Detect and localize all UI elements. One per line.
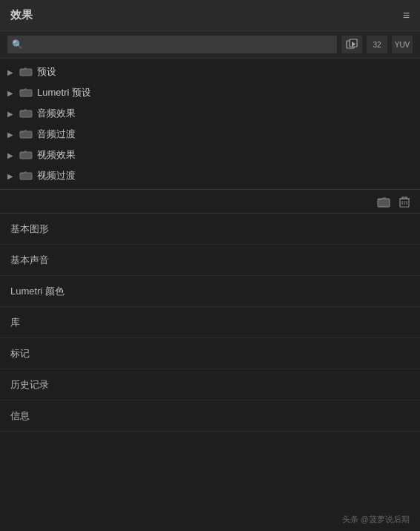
folder-icon: [19, 149, 33, 162]
panel-list-item[interactable]: 基本图形: [0, 214, 420, 245]
effect-label: 音频过渡: [37, 128, 76, 141]
menu-icon[interactable]: ≡: [403, 9, 410, 22]
effect-label: 预设: [37, 65, 56, 79]
effect-item[interactable]: ▶ 音频效果: [0, 103, 420, 124]
effect-label: Lumetri 预设: [37, 86, 91, 99]
effects-panel: 效果 ≡ 🔍 32 YUV ▶ 预设: [0, 0, 420, 531]
panel-item-label: 库: [10, 316, 20, 329]
yuv-button[interactable]: YUV: [392, 36, 413, 53]
accelerate-button[interactable]: [341, 36, 362, 53]
panel-title: 效果: [10, 8, 33, 22]
effect-item[interactable]: ▶ 视频效果: [0, 145, 420, 165]
panel-list-item[interactable]: Lumetri 颜色: [0, 276, 420, 307]
new-folder-button[interactable]: [376, 194, 392, 210]
panel-list-item[interactable]: 历史记录: [0, 369, 420, 400]
search-icon: 🔍: [12, 39, 23, 50]
folder-icon: [19, 108, 33, 120]
panel-item-label: 信息: [10, 409, 30, 423]
folder-icon: [19, 170, 33, 182]
svg-rect-9: [378, 199, 390, 207]
chevron-icon: ▶: [7, 68, 15, 76]
folder-icon: [19, 128, 33, 141]
effect-item[interactable]: ▶ 视频过渡: [0, 165, 420, 186]
panels-list: 基本图形基本声音Lumetri 颜色库标记历史记录信息: [0, 214, 420, 531]
search-input-wrap: 🔍: [7, 36, 337, 53]
bottom-toolbar: [0, 190, 420, 214]
effect-item[interactable]: ▶ 音频过渡: [0, 124, 420, 145]
panel-item-label: Lumetri 颜色: [10, 285, 64, 298]
panel-item-label: 历史记录: [10, 378, 49, 392]
folder-icon: [19, 87, 33, 99]
panel-list-item[interactable]: 标记: [0, 338, 420, 369]
effect-item[interactable]: ▶ Lumetri 预设: [0, 82, 420, 103]
search-toolbar: 🔍 32 YUV: [0, 31, 420, 59]
delete-button[interactable]: [396, 194, 413, 210]
effect-item[interactable]: ▶ 预设: [0, 62, 420, 82]
chevron-icon: ▶: [7, 110, 15, 118]
panel-list-item[interactable]: 信息: [0, 400, 420, 432]
chevron-icon: ▶: [7, 89, 15, 97]
chevron-icon: ▶: [7, 131, 15, 139]
chevron-icon: ▶: [7, 151, 15, 159]
panel-list-item[interactable]: 库: [0, 307, 420, 338]
panel-item-label: 标记: [10, 347, 30, 360]
search-input[interactable]: [7, 36, 337, 53]
watermark: 头条 @菠萝说后期: [342, 514, 410, 525]
effects-list: ▶ 预设 ▶ Lumetri 预设 ▶: [0, 59, 420, 190]
effect-label: 视频过渡: [37, 169, 76, 182]
panel-item-label: 基本声音: [10, 254, 49, 267]
panel-item-label: 基本图形: [10, 222, 49, 236]
chevron-icon: ▶: [7, 172, 15, 180]
effect-label: 音频效果: [37, 107, 76, 120]
bit32-button[interactable]: 32: [367, 36, 387, 53]
effect-label: 视频效果: [37, 148, 76, 162]
folder-icon: [19, 66, 33, 79]
panel-header: 效果 ≡: [0, 0, 420, 31]
panel-list-item[interactable]: 基本声音: [0, 245, 420, 276]
